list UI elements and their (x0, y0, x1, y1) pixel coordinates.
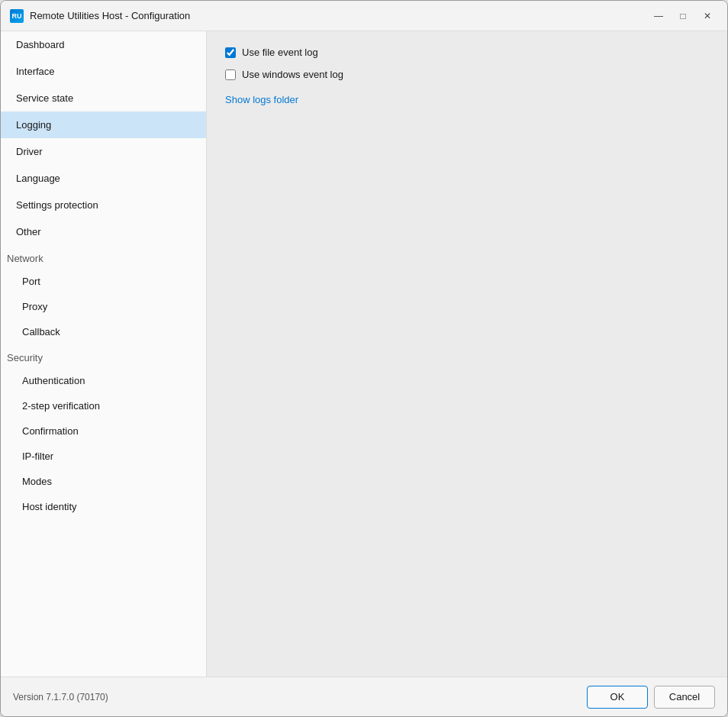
sidebar-item-service-state[interactable]: Service state (1, 85, 206, 111)
sidebar-item-callback[interactable]: Callback (1, 319, 206, 344)
windows-log-row: Use windows event log (225, 69, 709, 80)
windows-log-label[interactable]: Use windows event log (242, 69, 343, 80)
sidebar-item-settings-protection[interactable]: Settings protection (1, 192, 206, 218)
sidebar-item-modes[interactable]: Modes (1, 469, 206, 494)
sidebar-item-authentication[interactable]: Authentication (1, 368, 206, 393)
sidebar-item-logging[interactable]: Logging (1, 111, 206, 138)
file-log-row: Use file event log (225, 47, 709, 58)
app-icon: RU (10, 9, 24, 23)
minimize-button[interactable]: — (648, 5, 669, 27)
sidebar-item-driver[interactable]: Driver (1, 138, 206, 165)
title-bar: RU Remote Utilities Host - Configuration… (1, 1, 727, 31)
sidebar-item-two-step[interactable]: 2-step verification (1, 393, 206, 418)
cancel-button[interactable]: Cancel (654, 686, 715, 709)
sidebar-item-ip-filter[interactable]: IP-filter (1, 444, 206, 469)
windows-log-checkbox[interactable] (225, 69, 236, 80)
sidebar: Dashboard Interface Service state Loggin… (1, 31, 207, 677)
bottom-bar: Version 7.1.7.0 (70170) OK Cancel (1, 677, 727, 716)
version-text: Version 7.1.7.0 (70170) (13, 692, 587, 702)
sidebar-item-dashboard[interactable]: Dashboard (1, 31, 206, 58)
window-title: Remote Utilities Host - Configuration (30, 10, 648, 21)
main-panel: Use file event log Use windows event log… (207, 31, 727, 677)
bottom-buttons: OK Cancel (587, 686, 715, 709)
sidebar-category-security: Security (1, 344, 206, 368)
close-button[interactable]: ✕ (697, 5, 718, 27)
main-window: RU Remote Utilities Host - Configuration… (0, 0, 728, 717)
show-logs-link[interactable]: Show logs folder (225, 94, 298, 105)
window-controls: — □ ✕ (648, 5, 718, 27)
file-log-label[interactable]: Use file event log (242, 47, 318, 58)
content-area: Dashboard Interface Service state Loggin… (1, 31, 727, 677)
sidebar-item-confirmation[interactable]: Confirmation (1, 418, 206, 444)
sidebar-category-network: Network (1, 245, 206, 269)
sidebar-item-language[interactable]: Language (1, 165, 206, 192)
sidebar-item-interface[interactable]: Interface (1, 58, 206, 85)
maximize-button[interactable]: □ (672, 5, 694, 27)
sidebar-item-other[interactable]: Other (1, 218, 206, 245)
sidebar-item-proxy[interactable]: Proxy (1, 294, 206, 319)
sidebar-item-port[interactable]: Port (1, 269, 206, 294)
sidebar-item-host-identity[interactable]: Host identity (1, 494, 206, 519)
ok-button[interactable]: OK (587, 686, 648, 709)
file-log-checkbox[interactable] (225, 47, 236, 58)
